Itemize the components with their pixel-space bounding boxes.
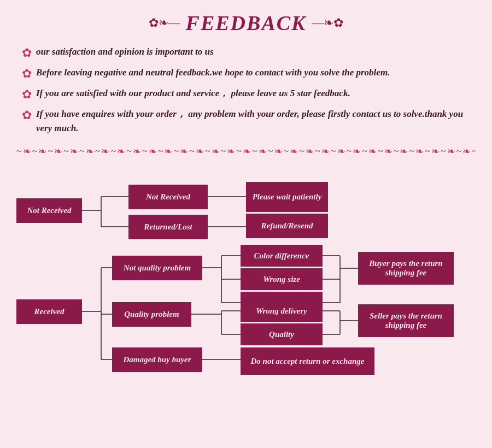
wrong-delivery-box: Wrong delivery	[241, 300, 323, 322]
feedback-text-2: Before leaving negative and neutral feed…	[36, 66, 390, 80]
header-deco-left: ✿❧—	[149, 16, 180, 30]
feedback-list: ✿ our satisfaction and opinion is import…	[22, 45, 470, 135]
divider-decoration: ~❧~❧~❧~❧~❧~❧~❧~❧~❧~❧~❧~❧~❧~❧~❧~❧~❧~❧~❧~❧…	[16, 145, 476, 157]
section-divider: ~❧~❧~❧~❧~❧~❧~❧~❧~❧~❧~❧~❧~❧~❧~❧~❧~❧~❧~❧~❧…	[16, 145, 476, 157]
root-not-received-box: Not Received	[16, 198, 82, 223]
flowchart: Not Received Not Received Returned/Lost …	[16, 168, 492, 387]
feedback-item-1: ✿ our satisfaction and opinion is import…	[22, 45, 470, 60]
seller-pays-box: Seller pays the return shipping fee	[358, 304, 454, 337]
bullet-icon-4: ✿	[22, 108, 32, 122]
feedback-item-2: ✿ Before leaving negative and neutral fe…	[22, 66, 470, 81]
not-received-branch-box: Not Received	[128, 185, 208, 209]
header-deco-right: —❧✿	[312, 16, 343, 30]
color-diff-box: Color difference	[241, 245, 323, 267]
feedback-text-1: our satisfaction and opinion is importan…	[36, 45, 214, 59]
page-title: FEEDBACK	[186, 11, 307, 35]
quality-problem-box: Quality problem	[112, 302, 191, 327]
bullet-icon-1: ✿	[22, 46, 32, 60]
bullet-icon-3: ✿	[22, 87, 32, 102]
no-return-box: Do not accept return or exchange	[241, 347, 374, 375]
feedback-item-3: ✿ If you are satisfied with our product …	[22, 86, 470, 102]
quality-issue-box: Quality	[241, 323, 323, 345]
not-quality-problem-box: Not quality problem	[112, 256, 202, 280]
please-wait-box: Please wait patiently	[246, 182, 328, 212]
feedback-text-3: If you are satisfied with our product an…	[36, 86, 350, 101]
feedback-item-4: ✿ If you have enquires with your order， …	[22, 107, 470, 135]
damaged-box: Damaged buy buyer	[112, 347, 202, 372]
refund-resend-box: Refund/Resend	[246, 214, 328, 238]
buyer-pays-box: Buyer pays the return shipping fee	[358, 252, 454, 285]
page-header: ✿❧— FEEDBACK —❧✿	[16, 11, 476, 35]
wrong-size-box: Wrong size	[241, 268, 323, 290]
root-received-box: Received	[16, 299, 82, 324]
feedback-text-4: If you have enquires with your order， an…	[36, 107, 470, 135]
returned-lost-box: Returned/Lost	[128, 215, 208, 239]
bullet-icon-2: ✿	[22, 67, 32, 81]
